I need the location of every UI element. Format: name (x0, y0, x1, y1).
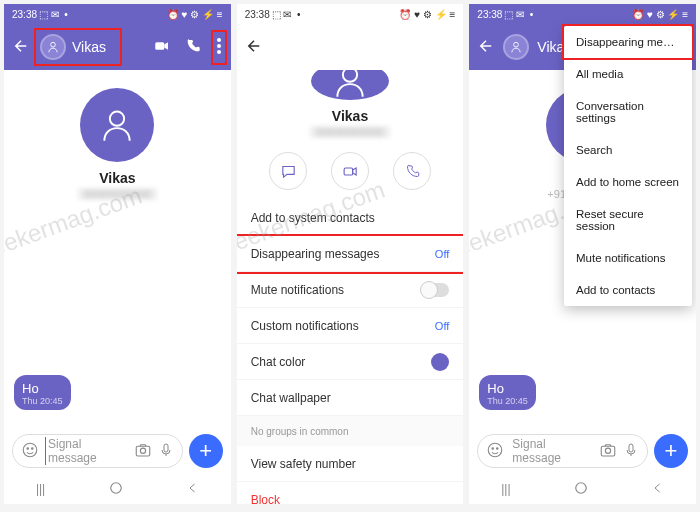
message-bubble[interactable]: Ho Thu 20:45 (479, 375, 536, 410)
avatar-large[interactable] (311, 70, 389, 100)
back-icon[interactable] (245, 37, 263, 58)
settings-body: geekermag.com Vikas 00000000000 Add to s… (237, 70, 464, 504)
chat-body: geekermag.com Vikas 00000000000 Ho Thu 2… (4, 70, 231, 428)
android-nav: ||| (4, 474, 231, 504)
svg-point-2 (217, 38, 221, 42)
nav-recents-icon[interactable]: ||| (36, 482, 45, 496)
svg-rect-22 (629, 444, 633, 452)
screen-contact-settings: 23:38 ⬚ ✉ • ⏰ ♥ ⚙ ⚡ ≡ geekermag.com Vika… (237, 4, 464, 504)
profile-name: Vikas (332, 108, 368, 124)
screen-chat: 23:38 ⬚ ✉ • ⏰ ♥ ⚙ ⚡ ≡ Vikas (4, 4, 231, 504)
menu-mute-notifications[interactable]: Mute notifications (564, 242, 692, 274)
status-bar: 23:38 ⬚ ✉ • ⏰ ♥ ⚙ ⚡ ≡ (4, 4, 231, 24)
menu-add-to-contacts[interactable]: Add to contacts (564, 274, 692, 306)
input-bar: Signal message + (4, 428, 231, 474)
svg-point-8 (32, 447, 34, 449)
settings-header (237, 24, 464, 70)
svg-rect-11 (164, 444, 168, 452)
groups-header: No groups in common (237, 416, 464, 446)
svg-point-4 (217, 50, 221, 54)
nav-back-icon[interactable] (652, 482, 664, 497)
camera-icon[interactable] (134, 441, 152, 462)
menu-add-home-screen[interactable]: Add to home screen (564, 166, 692, 198)
color-preview (431, 353, 449, 371)
call-action[interactable] (393, 152, 431, 190)
setting-chat-color[interactable]: Chat color (237, 344, 464, 380)
contact-name-header[interactable]: Vikas (72, 39, 106, 55)
svg-point-15 (514, 42, 519, 47)
setting-custom-notifications[interactable]: Custom notifications Off (237, 308, 464, 344)
menu-disappearing-messages[interactable]: Disappearing messages (564, 26, 692, 58)
setting-chat-wallpaper[interactable]: Chat wallpaper (237, 380, 464, 416)
back-icon[interactable] (477, 37, 495, 58)
setting-block[interactable]: Block (237, 482, 464, 504)
message-bubble[interactable]: Ho Thu 20:45 (14, 375, 71, 410)
setting-add-system-contacts[interactable]: Add to system contacts (237, 200, 464, 236)
svg-point-6 (23, 443, 37, 457)
nav-home-icon[interactable] (574, 481, 588, 498)
profile-name: Vikas (99, 170, 135, 186)
android-nav: ||| (469, 474, 696, 504)
emoji-icon[interactable] (21, 441, 39, 462)
svg-point-7 (27, 447, 29, 449)
message-timestamp: Thu 20:45 (487, 396, 528, 406)
voice-call-icon[interactable] (185, 38, 201, 57)
message-action[interactable] (269, 152, 307, 190)
back-icon[interactable] (12, 37, 30, 58)
status-icons: ⏰ ♥ ⚙ ⚡ ≡ (167, 9, 223, 20)
video-action[interactable] (331, 152, 369, 190)
mic-icon[interactable] (623, 442, 639, 461)
svg-point-10 (140, 448, 145, 453)
svg-point-18 (492, 447, 494, 449)
message-timestamp: Thu 20:45 (22, 396, 63, 406)
setting-mute-notifications[interactable]: Mute notifications (237, 272, 464, 308)
video-call-icon[interactable] (153, 37, 171, 58)
svg-point-17 (489, 443, 503, 457)
avatar-small[interactable] (503, 34, 529, 60)
svg-point-3 (217, 44, 221, 48)
nav-home-icon[interactable] (109, 481, 123, 498)
avatar-small[interactable] (40, 34, 66, 60)
menu-all-media[interactable]: All media (564, 58, 692, 90)
message-input[interactable]: Signal message (477, 434, 648, 468)
svg-point-21 (605, 448, 610, 453)
status-time: 23:38 (12, 9, 37, 20)
action-row (269, 152, 431, 190)
chat-header: Vikas (4, 24, 231, 70)
input-bar: Signal message + (469, 428, 696, 474)
nav-back-icon[interactable] (187, 482, 199, 497)
svg-rect-14 (344, 167, 353, 174)
screen-overflow-menu: 23:38 ⬚ ✉ • ⏰ ♥ ⚙ ⚡ ≡ Vikas geekermag.co… (469, 4, 696, 504)
menu-search[interactable]: Search (564, 134, 692, 166)
mute-toggle[interactable] (421, 283, 449, 297)
send-button[interactable]: + (189, 434, 223, 468)
svg-point-12 (111, 482, 122, 493)
settings-list: Add to system contacts Disappearing mess… (237, 200, 464, 504)
svg-point-0 (51, 42, 56, 47)
svg-point-13 (343, 70, 357, 82)
send-button[interactable]: + (654, 434, 688, 468)
message-input[interactable]: Signal message (12, 434, 183, 468)
menu-conversation-settings[interactable]: Conversation settings (564, 90, 692, 134)
menu-reset-secure-session[interactable]: Reset secure session (564, 198, 692, 242)
emoji-icon[interactable] (486, 441, 504, 462)
setting-disappearing-messages[interactable]: Disappearing messages Off (237, 236, 464, 272)
disappearing-value: Off (435, 248, 449, 260)
message-text: Ho (487, 381, 528, 396)
avatar-large[interactable] (80, 88, 154, 162)
svg-point-5 (110, 112, 124, 126)
profile-phone-blurred: 00000000000 (310, 126, 389, 138)
nav-recents-icon[interactable]: ||| (501, 482, 510, 496)
svg-point-23 (576, 482, 587, 493)
more-icon[interactable] (215, 34, 223, 61)
mic-icon[interactable] (158, 442, 174, 461)
camera-icon[interactable] (599, 441, 617, 462)
setting-view-safety-number[interactable]: View safety number (237, 446, 464, 482)
status-bar: 23:38 ⬚ ✉ • ⏰ ♥ ⚙ ⚡ ≡ (237, 4, 464, 24)
status-bar: 23:38 ⬚ ✉ • ⏰ ♥ ⚙ ⚡ ≡ (469, 4, 696, 24)
message-text: Ho (22, 381, 63, 396)
svg-point-19 (497, 447, 499, 449)
profile-phone-blurred: 00000000000 (78, 188, 157, 200)
svg-rect-1 (155, 42, 164, 50)
input-placeholder: Signal message (45, 437, 128, 465)
